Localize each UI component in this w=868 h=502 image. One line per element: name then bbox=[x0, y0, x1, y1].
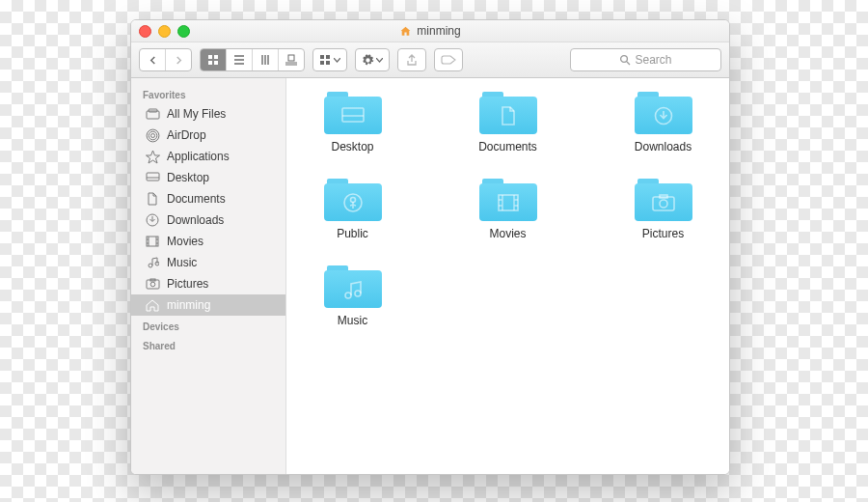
svg-rect-1 bbox=[214, 55, 218, 59]
downloads-icon bbox=[145, 212, 160, 228]
svg-rect-8 bbox=[326, 61, 330, 65]
forward-button[interactable] bbox=[165, 49, 191, 70]
sidebar-item-label: Documents bbox=[167, 192, 226, 206]
svg-point-9 bbox=[621, 56, 628, 63]
svg-point-29 bbox=[345, 293, 351, 298]
search-placeholder: Search bbox=[635, 53, 671, 67]
folder-label: Documents bbox=[478, 140, 537, 153]
view-columns-button[interactable] bbox=[252, 49, 278, 70]
sidebar-item-label: Pictures bbox=[167, 277, 208, 291]
sidebar-item-label: Applications bbox=[167, 150, 230, 163]
sidebar-item-label: Desktop bbox=[167, 171, 209, 184]
share-button[interactable] bbox=[397, 48, 426, 71]
search-icon bbox=[619, 54, 631, 66]
folder-label: Downloads bbox=[635, 140, 692, 153]
svg-rect-26 bbox=[653, 197, 674, 210]
sidebar-item-downloads[interactable]: Downloads bbox=[131, 209, 285, 231]
folder-icon bbox=[479, 179, 537, 221]
folder-item-music[interactable]: Music bbox=[300, 265, 406, 327]
action-menu[interactable] bbox=[355, 48, 390, 71]
minimize-button[interactable] bbox=[158, 25, 171, 38]
svg-rect-6 bbox=[326, 55, 330, 59]
nav-back-forward bbox=[139, 48, 192, 71]
svg-rect-0 bbox=[208, 55, 212, 59]
sidebar-header-shared: Shared bbox=[131, 335, 285, 354]
sidebar-item-label: All My Files bbox=[167, 107, 226, 121]
window-controls bbox=[139, 25, 190, 38]
sidebar-item-music[interactable]: Music bbox=[131, 252, 285, 273]
sidebar-item-all-my-files[interactable]: All My Files bbox=[131, 103, 285, 125]
desktop-icon bbox=[145, 170, 160, 185]
tags-button[interactable] bbox=[434, 48, 463, 71]
view-coverflow-button[interactable] bbox=[278, 49, 304, 70]
folder-icon bbox=[324, 265, 382, 308]
sidebar-item-label: Music bbox=[167, 256, 197, 269]
sidebar-item-documents[interactable]: Documents bbox=[131, 188, 285, 209]
folder-icon bbox=[324, 92, 382, 134]
chevron-down-icon bbox=[334, 58, 340, 63]
sidebar-item-desktop[interactable]: Desktop bbox=[131, 167, 285, 188]
svg-rect-3 bbox=[214, 61, 218, 65]
arrange-menu[interactable] bbox=[312, 48, 347, 71]
search-field[interactable]: Search bbox=[570, 48, 721, 71]
sidebar-item-label: Downloads bbox=[167, 213, 224, 227]
folder-icon bbox=[635, 179, 692, 221]
home-icon bbox=[399, 25, 412, 38]
sidebar-header-devices: Devices bbox=[131, 316, 285, 335]
svg-rect-15 bbox=[147, 173, 159, 181]
window-title: minming bbox=[417, 24, 460, 38]
documents-icon bbox=[145, 191, 160, 207]
sidebar-header-favorites: Favorites bbox=[131, 84, 285, 103]
music-icon bbox=[145, 255, 160, 270]
folder-icon bbox=[479, 92, 537, 134]
sidebar-item-movies[interactable]: Movies bbox=[131, 231, 285, 252]
view-list-button[interactable] bbox=[226, 49, 252, 70]
titlebar: minming bbox=[131, 20, 729, 42]
folder-label: Public bbox=[337, 227, 368, 240]
folder-item-public[interactable]: Public bbox=[300, 179, 406, 240]
sidebar-item-airdrop[interactable]: AirDrop bbox=[131, 125, 285, 146]
folder-item-downloads[interactable]: Downloads bbox=[610, 92, 717, 153]
chevron-down-icon bbox=[376, 58, 383, 63]
folder-item-pictures[interactable]: Pictures bbox=[610, 179, 717, 240]
sidebar-item-home[interactable]: minming bbox=[131, 294, 285, 316]
svg-rect-5 bbox=[320, 55, 324, 59]
all-my-files-icon bbox=[145, 106, 160, 122]
svg-rect-2 bbox=[208, 61, 212, 65]
finder-window: minming bbox=[130, 19, 730, 475]
svg-rect-21 bbox=[342, 108, 364, 122]
zoom-button[interactable] bbox=[177, 25, 190, 38]
svg-point-27 bbox=[660, 200, 667, 208]
share-icon bbox=[406, 54, 418, 67]
folder-item-desktop[interactable]: Desktop bbox=[300, 92, 406, 153]
close-button[interactable] bbox=[139, 25, 151, 38]
svg-point-30 bbox=[355, 291, 361, 296]
svg-rect-4 bbox=[288, 55, 294, 61]
sidebar-item-label: minming bbox=[167, 298, 210, 312]
svg-point-19 bbox=[150, 282, 155, 287]
svg-rect-7 bbox=[320, 61, 324, 65]
svg-point-13 bbox=[149, 131, 157, 140]
airdrop-icon bbox=[145, 127, 160, 143]
folder-icon bbox=[635, 92, 692, 134]
sidebar-item-pictures[interactable]: Pictures bbox=[131, 273, 285, 294]
sidebar-item-label: AirDrop bbox=[167, 128, 206, 142]
folder-item-documents[interactable]: Documents bbox=[455, 92, 561, 153]
view-icons-button[interactable] bbox=[201, 49, 226, 70]
folder-label: Movies bbox=[489, 227, 526, 240]
svg-point-12 bbox=[150, 133, 154, 137]
sidebar-item-applications[interactable]: Applications bbox=[131, 146, 285, 167]
content-area: Desktop Documents Downloads Public Movie bbox=[286, 78, 729, 474]
folder-item-movies[interactable]: Movies bbox=[455, 179, 561, 240]
svg-point-24 bbox=[350, 197, 355, 202]
sidebar-item-label: Movies bbox=[167, 235, 203, 248]
folder-grid: Desktop Documents Downloads Public Movie bbox=[294, 92, 721, 327]
home-icon bbox=[145, 297, 160, 313]
svg-rect-25 bbox=[499, 195, 518, 210]
back-button[interactable] bbox=[140, 49, 165, 70]
tag-icon bbox=[441, 55, 456, 66]
window-body: Favorites All My Files AirDrop Applicati… bbox=[131, 78, 729, 474]
applications-icon bbox=[145, 149, 160, 164]
view-mode-switch bbox=[200, 48, 305, 71]
movies-icon bbox=[145, 234, 160, 249]
